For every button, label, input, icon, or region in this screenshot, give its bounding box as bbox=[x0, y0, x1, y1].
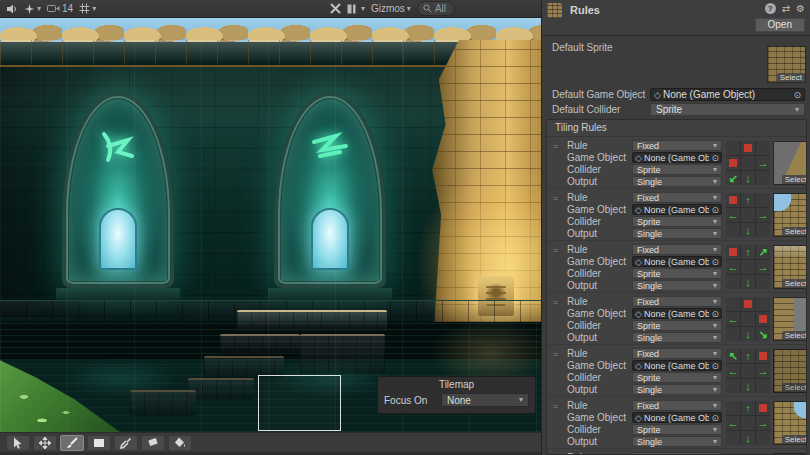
neighbor-arrow-cell[interactable]: ↑ bbox=[741, 401, 755, 415]
select-button[interactable]: Select bbox=[782, 227, 807, 236]
neighbor-arrow-cell[interactable]: → bbox=[756, 416, 770, 430]
fill-tool-button[interactable] bbox=[168, 435, 192, 451]
help-icon[interactable]: ? bbox=[765, 3, 776, 14]
effects-icon[interactable]: ▾ bbox=[24, 4, 41, 14]
neighbor-empty-cell[interactable] bbox=[726, 379, 740, 393]
neighbor-notthis-cell[interactable] bbox=[756, 401, 770, 415]
neighbor-empty-cell[interactable] bbox=[756, 193, 770, 207]
move-tool-button[interactable] bbox=[33, 435, 57, 451]
select-tool-button[interactable] bbox=[6, 435, 30, 451]
rule-sprite-thumbnail[interactable]: Select bbox=[773, 297, 807, 341]
neighbor-arrow-cell[interactable]: ← bbox=[726, 208, 740, 222]
neighbor-empty-cell[interactable] bbox=[741, 208, 755, 222]
rule-output-dropdown[interactable]: Single ▾ bbox=[632, 228, 722, 239]
neighbor-empty-cell[interactable] bbox=[726, 297, 740, 311]
object-picker-icon[interactable]: ⊙ bbox=[711, 205, 719, 215]
neighbor-empty-cell[interactable] bbox=[756, 223, 770, 237]
select-button[interactable]: Select bbox=[777, 73, 805, 82]
rule-output-dropdown[interactable]: Single ▾ bbox=[632, 280, 722, 291]
neighbor-arrow-cell[interactable]: ↓ bbox=[741, 379, 755, 393]
rule-sprite-thumbnail[interactable]: Select bbox=[773, 245, 807, 289]
object-picker-icon[interactable]: ⊙ bbox=[711, 309, 719, 319]
select-button[interactable]: Select bbox=[782, 279, 807, 288]
neighbor-arrow-cell[interactable]: ↓ bbox=[741, 171, 755, 185]
presets-icon[interactable]: ⇄ bbox=[782, 3, 790, 14]
rule-collider-dropdown[interactable]: Sprite ▾ bbox=[632, 372, 722, 383]
rule-game-object-field[interactable]: ◇ None (Game Obj ⊙ bbox=[632, 308, 722, 319]
neighbor-empty-cell[interactable] bbox=[741, 260, 755, 274]
neighbor-empty-cell[interactable] bbox=[726, 275, 740, 289]
rule-output-dropdown[interactable]: Single ▾ bbox=[632, 332, 722, 343]
neighbor-empty-cell[interactable] bbox=[741, 312, 755, 326]
neighbor-arrow-cell[interactable]: ← bbox=[726, 312, 740, 326]
select-button[interactable]: Select bbox=[782, 331, 807, 340]
box-fill-tool-button[interactable] bbox=[87, 435, 111, 451]
select-button[interactable]: Select bbox=[782, 383, 807, 392]
rule-sprite-thumbnail[interactable]: Select bbox=[773, 193, 807, 237]
neighbor-empty-cell[interactable] bbox=[756, 171, 770, 185]
neighbor-notthis-cell[interactable] bbox=[726, 193, 740, 207]
search-input[interactable]: All bbox=[417, 1, 455, 16]
neighbor-empty-cell[interactable] bbox=[741, 364, 755, 378]
rule-type-dropdown[interactable]: Fixed ▾ bbox=[632, 244, 722, 255]
neighbor-arrow-cell[interactable]: ↙ bbox=[726, 171, 740, 185]
brush-tool-button[interactable] bbox=[60, 435, 84, 451]
camera-frames-icon[interactable]: 14 bbox=[47, 3, 73, 14]
rule-game-object-field[interactable]: ◇ None (Game Obj ⊙ bbox=[632, 256, 722, 267]
neighbor-notthis-cell[interactable] bbox=[726, 245, 740, 259]
neighbor-arrow-cell[interactable]: ↑ bbox=[741, 245, 755, 259]
rule-sprite-thumbnail[interactable]: Select bbox=[773, 141, 807, 185]
default-game-object-field[interactable]: ◇ None (Game Object) ⊙ bbox=[650, 88, 805, 101]
neighbor-arrow-cell[interactable]: ← bbox=[726, 260, 740, 274]
neighbor-arrow-cell[interactable]: → bbox=[756, 260, 770, 274]
rule-collider-dropdown[interactable]: Sprite ▾ bbox=[632, 320, 722, 331]
neighbor-arrow-cell[interactable]: → bbox=[756, 208, 770, 222]
neighbor-empty-cell[interactable] bbox=[756, 275, 770, 289]
neighbor-arrow-cell[interactable]: ↗ bbox=[756, 245, 770, 259]
grid-icon[interactable]: ▾ bbox=[79, 3, 96, 14]
default-sprite-thumbnail[interactable]: Select bbox=[767, 46, 806, 83]
rule-output-dropdown[interactable]: Single ▾ bbox=[632, 384, 722, 395]
rule-sprite-thumbnail[interactable]: Select bbox=[773, 349, 807, 393]
neighbor-empty-cell[interactable] bbox=[741, 156, 755, 170]
rule-sprite-thumbnail[interactable]: Select bbox=[773, 401, 807, 445]
rule-type-dropdown[interactable]: Fixed ▾ bbox=[632, 400, 722, 411]
rule-game-object-field[interactable]: ◇ None (Game Obj ⊙ bbox=[632, 204, 722, 215]
rule-game-object-field[interactable]: ◇ None (Game Obj ⊙ bbox=[632, 152, 722, 163]
rule-output-dropdown[interactable]: Single ▾ bbox=[632, 176, 722, 187]
neighbor-empty-cell[interactable] bbox=[756, 431, 770, 445]
neighbor-empty-cell[interactable] bbox=[726, 327, 740, 341]
audio-icon[interactable] bbox=[6, 4, 18, 14]
neighbor-empty-cell[interactable] bbox=[756, 379, 770, 393]
rule-type-dropdown[interactable]: Fixed ▾ bbox=[632, 140, 722, 151]
tools-icon[interactable] bbox=[330, 3, 341, 14]
gizmos-dropdown[interactable]: Gizmos ▾ bbox=[371, 3, 411, 14]
neighbor-empty-cell[interactable] bbox=[726, 431, 740, 445]
neighbor-empty-cell[interactable] bbox=[726, 141, 740, 155]
focus-on-dropdown[interactable]: None ▾ bbox=[441, 393, 529, 407]
panels-icon[interactable]: ▾ bbox=[347, 4, 365, 14]
neighbor-empty-cell[interactable] bbox=[756, 297, 770, 311]
rule-game-object-field[interactable]: ◇ None (Game Obj ⊙ bbox=[632, 360, 722, 371]
eraser-tool-button[interactable] bbox=[141, 435, 165, 451]
neighbor-arrow-cell[interactable]: ↑ bbox=[741, 193, 755, 207]
neighbor-arrow-cell[interactable]: ← bbox=[726, 364, 740, 378]
neighbor-arrow-cell[interactable]: ↓ bbox=[741, 431, 755, 445]
neighbor-empty-cell[interactable] bbox=[756, 141, 770, 155]
neighbor-arrow-cell[interactable]: ↓ bbox=[741, 327, 755, 341]
rule-type-dropdown[interactable]: Fixed ▾ bbox=[632, 192, 722, 203]
select-button[interactable]: Select bbox=[782, 175, 807, 184]
neighbor-notthis-cell[interactable] bbox=[726, 156, 740, 170]
neighbor-notthis-cell[interactable] bbox=[741, 141, 755, 155]
picker-tool-button[interactable] bbox=[114, 435, 138, 451]
rule-collider-dropdown[interactable]: Sprite ▾ bbox=[632, 164, 722, 175]
scene-canvas[interactable]: Tilemap Focus On None ▾ bbox=[0, 18, 541, 432]
default-collider-dropdown[interactable]: Sprite ▾ bbox=[650, 103, 805, 116]
rule-collider-dropdown[interactable]: Sprite ▾ bbox=[632, 216, 722, 227]
neighbor-arrow-cell[interactable]: ↓ bbox=[741, 275, 755, 289]
rule-type-dropdown[interactable]: Fixed ▾ bbox=[632, 296, 722, 307]
object-picker-icon[interactable]: ⊙ bbox=[793, 90, 801, 100]
neighbor-arrow-cell[interactable]: ← bbox=[726, 416, 740, 430]
neighbor-notthis-cell[interactable] bbox=[741, 297, 755, 311]
neighbor-empty-cell[interactable] bbox=[726, 223, 740, 237]
